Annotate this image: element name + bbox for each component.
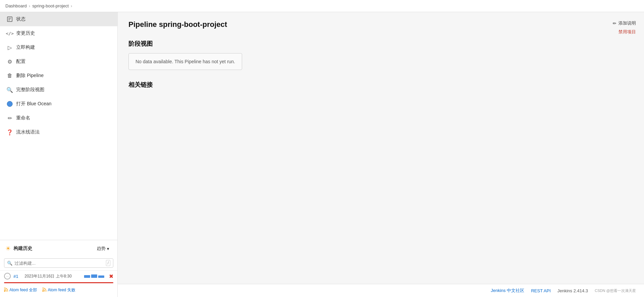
atom-feed-fail-label: Atom feed 失败	[48, 287, 75, 293]
svg-rect-6	[42, 290, 44, 292]
footer-rest-api-link[interactable]: REST API	[531, 288, 551, 293]
atom-feed-all-link[interactable]: Atom feed 全部	[4, 287, 37, 293]
sidebar-item-status[interactable]: 状态	[0, 12, 117, 26]
sidebar-item-rename[interactable]: ✏ 重命名	[0, 111, 117, 125]
related-links-title: 相关链接	[128, 81, 633, 89]
right-actions: ✏ 添加说明 禁用项目	[613, 20, 636, 35]
sidebar-nav: 状态 </> 变更历史 ▷ 立即构建 ⚙ 配置 🗑 删除 Pipeline	[0, 12, 117, 240]
add-description-label: 添加说明	[618, 20, 636, 26]
sidebar-item-blue-ocean-label: 打开 Blue Ocean	[16, 101, 51, 107]
atom-feed-links: Atom feed 全部 Atom feed 失败	[0, 285, 117, 297]
build-bars	[84, 274, 104, 278]
sidebar-item-changes[interactable]: </> 变更历史	[0, 26, 117, 40]
breadcrumb-project[interactable]: spring-boot-project	[32, 3, 69, 8]
atom-feed-fail-link[interactable]: Atom feed 失败	[42, 287, 75, 293]
add-description-link[interactable]: ✏ 添加说明	[613, 20, 636, 26]
build-date: 2023年11月16日 上午8:30	[25, 273, 72, 279]
build-history-sun-icon: ☀	[5, 245, 11, 252]
breadcrumb-dashboard[interactable]: Dashboard	[5, 3, 27, 8]
content-area: Pipeline spring-boot-project ✏ 添加说明 禁用项目…	[118, 12, 644, 297]
sidebar-item-delete-label: 删除 Pipeline	[16, 73, 44, 79]
build-item-1: ··· #1 2023年11月16日 上午8:30 ✖	[0, 270, 117, 282]
breadcrumb-bar: Dashboard › spring-boot-project ›	[0, 0, 644, 12]
footer-community-link[interactable]: Jenkins 中文社区	[491, 288, 525, 294]
disable-project-link[interactable]: 禁用项目	[618, 29, 636, 35]
configure-icon: ⚙	[7, 59, 13, 65]
search-icon: 🔍	[7, 261, 12, 266]
sidebar-item-configure[interactable]: ⚙ 配置	[0, 54, 117, 69]
build-now-icon: ▷	[7, 44, 13, 50]
build-search-input[interactable]	[14, 261, 104, 266]
build-fail-x-icon: ✖	[109, 273, 113, 280]
trend-button[interactable]: 趋势 ▾	[94, 244, 112, 253]
sidebar-item-full-stage-label: 完整阶段视图	[16, 87, 44, 93]
disable-label: 禁用项目	[618, 29, 636, 35]
sidebar-item-blue-ocean[interactable]: 打开 Blue Ocean	[0, 97, 117, 111]
sidebar-item-delete[interactable]: 🗑 删除 Pipeline	[0, 69, 117, 83]
build-number[interactable]: #1	[13, 274, 22, 279]
sidebar-item-pipeline-syntax-label: 流水线语法	[16, 129, 40, 135]
footer-watermark: CSDN @想看一次满天星	[595, 288, 636, 293]
status-icon	[7, 16, 13, 22]
pencil-icon: ✏	[613, 21, 616, 26]
changes-icon: </>	[7, 30, 13, 36]
breadcrumb-sep-1: ›	[29, 3, 30, 8]
feed-fail-icon	[42, 288, 46, 293]
pipeline-syntax-icon: ❓	[7, 129, 13, 135]
red-underline-annotation	[4, 282, 113, 283]
svg-rect-5	[4, 290, 5, 292]
build-history-header: ☀ 构建历史 趋势 ▾	[0, 240, 117, 257]
sidebar-item-build-now-label: 立即构建	[16, 44, 35, 50]
build-bar-3	[98, 275, 104, 278]
blue-ocean-icon	[7, 101, 13, 107]
build-history-section: ☀ 构建历史 趋势 ▾ 🔍 / ··· #1 2023年11月16日 上午8:3…	[0, 240, 117, 297]
sidebar-item-full-stage[interactable]: 🔍 完整阶段视图	[0, 83, 117, 97]
footer: Jenkins 中文社区 REST API Jenkins 2.414.3 CS…	[118, 284, 644, 297]
sidebar-item-rename-label: 重命名	[16, 115, 30, 121]
stage-view-title: 阶段视图	[128, 40, 633, 48]
trend-chevron-icon: ▾	[107, 246, 109, 251]
delete-icon: 🗑	[7, 73, 13, 79]
trend-label: 趋势	[97, 246, 106, 252]
sidebar-item-changes-label: 变更历史	[16, 30, 35, 36]
feed-all-icon	[4, 288, 8, 293]
page-title: Pipeline spring-boot-project	[128, 20, 633, 29]
sidebar-item-pipeline-syntax[interactable]: ❓ 流水线语法	[0, 125, 117, 139]
rename-icon: ✏	[7, 115, 13, 121]
sidebar: 状态 </> 变更历史 ▷ 立即构建 ⚙ 配置 🗑 删除 Pipeline	[0, 12, 118, 297]
build-status-circle: ···	[4, 273, 11, 280]
build-history-title: 构建历史	[13, 246, 91, 252]
sidebar-item-status-label: 状态	[16, 16, 26, 22]
build-bar-2	[91, 274, 97, 278]
atom-feed-all-label: Atom feed 全部	[9, 287, 37, 293]
main-layout: 状态 </> 变更历史 ▷ 立即构建 ⚙ 配置 🗑 删除 Pipeline	[0, 12, 644, 297]
build-search-box[interactable]: 🔍 /	[4, 258, 113, 268]
footer-version: Jenkins 2.414.3	[558, 288, 588, 293]
sidebar-item-configure-label: 配置	[16, 59, 26, 65]
full-stage-icon: 🔍	[7, 87, 13, 93]
build-bar-1	[84, 275, 90, 278]
breadcrumb-sep-2: ›	[71, 3, 72, 8]
search-slash: /	[106, 260, 110, 266]
no-data-message: No data available. This Pipeline has not…	[128, 53, 242, 70]
sidebar-item-build-now[interactable]: ▷ 立即构建	[0, 40, 117, 54]
svg-point-4	[7, 101, 12, 107]
